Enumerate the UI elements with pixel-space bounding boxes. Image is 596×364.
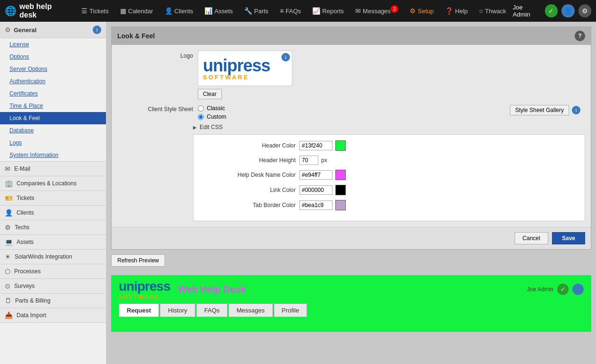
sidebar-group-assets[interactable]: 💻 Assets <box>0 235 106 249</box>
general-info-icon[interactable]: i <box>93 26 101 34</box>
preview-tab-messages[interactable]: Messages <box>228 303 272 317</box>
tab-border-color-swatch[interactable] <box>335 200 346 210</box>
helpdesk-name-color-input[interactable] <box>299 170 333 180</box>
general-icon: ⚙ <box>5 26 11 34</box>
settings-gear-icon[interactable]: ⚙ <box>578 4 591 17</box>
helpdesk-name-color-swatch[interactable] <box>335 170 346 180</box>
header-color-label: Header Color <box>201 142 296 149</box>
link-color-input[interactable] <box>299 185 333 195</box>
custom-label[interactable]: Custom <box>207 113 226 120</box>
nav-tickets[interactable]: ☰ Tickets <box>77 4 114 17</box>
classic-label[interactable]: Classic <box>207 105 225 112</box>
nav-assets-label: Assets <box>214 8 233 15</box>
classic-radio-row: Classic <box>198 105 505 112</box>
preview-tab-request[interactable]: Request <box>119 303 159 317</box>
header-height-input[interactable] <box>299 156 318 165</box>
nav-reports-label: Reports <box>322 8 344 15</box>
custom-radio[interactable] <box>198 114 204 120</box>
surveys-group-label: Surveys <box>14 283 35 289</box>
nav-calendar[interactable]: ▦ Calendar <box>115 4 158 17</box>
logo-info-icon[interactable]: i <box>281 53 290 61</box>
sidebar-group-techs[interactable]: ⚙ Techs <box>0 220 106 234</box>
sidebar-group-tickets[interactable]: 🎫 Tickets <box>0 191 106 205</box>
nav-faqs[interactable]: ≡ FAQs <box>275 4 306 17</box>
app-logo[interactable]: 🌐 web help desk <box>5 2 70 19</box>
sidebar-item-certificates[interactable]: Certificates <box>0 87 106 100</box>
preview-tab-faqs[interactable]: FAQs <box>196 303 228 317</box>
nav-user-area: Joe Admin ✓ 👤 ⚙ <box>513 4 591 18</box>
user-avatar-icon[interactable]: 👤 <box>561 4 574 17</box>
logo-sub-text: SOFTWARE <box>203 74 249 81</box>
preview-avatar-icon <box>572 284 584 295</box>
sidebar-group-processes[interactable]: ⬡ Processes <box>0 264 106 278</box>
sidebar-item-authentication[interactable]: Authentication <box>0 75 106 87</box>
nav-parts[interactable]: 🔧 Parts <box>239 4 273 17</box>
sidebar-item-server-options[interactable]: Server Options <box>0 63 106 75</box>
refresh-preview-button[interactable]: Refresh Preview <box>111 254 165 267</box>
nav-assets[interactable]: 📊 Assets <box>200 4 237 17</box>
classic-radio[interactable] <box>198 105 204 112</box>
sidebar-techs-group: ⚙ Techs <box>0 220 106 235</box>
sidebar-dataimport-group: 📥 Data Import <box>0 308 106 323</box>
content-area: Look & Feel ? Logo unipress SOFTWARE <box>106 22 596 364</box>
assets-group-icon: 💻 <box>5 238 13 246</box>
sidebar-email-group: ✉ E-Mail <box>0 162 106 176</box>
sidebar-item-system-info[interactable]: System Information <box>0 149 106 161</box>
parts-group-label: Parts & Billing <box>15 297 51 304</box>
techs-group-icon: ⚙ <box>5 224 11 231</box>
save-button[interactable]: Save <box>552 232 585 244</box>
general-items-group: License Options Server Options Authentic… <box>0 38 106 162</box>
parts-icon: 🔧 <box>244 7 252 15</box>
preview-tab-profile[interactable]: Profile <box>274 303 307 317</box>
sidebar-group-companies[interactable]: 🏢 Companies & Locations <box>0 176 106 191</box>
sidebar-solarwinds-group: ☀ SolarWinds Integration <box>0 250 106 264</box>
sidebar-group-surveys[interactable]: ⊙ Surveys <box>0 279 106 293</box>
sidebar-item-license[interactable]: License <box>0 38 106 51</box>
custom-radio-row: Custom <box>198 113 505 120</box>
tab-border-color-input[interactable] <box>299 200 333 210</box>
clients-icon: 👤 <box>165 7 173 15</box>
sidebar-group-parts[interactable]: 🗒 Parts & Billing <box>0 294 106 308</box>
nav-reports[interactable]: 📈 Reports <box>307 4 349 17</box>
nav-messages[interactable]: ✉ Messages 3 <box>351 4 403 17</box>
stylesheet-options: Classic Custom <box>198 105 505 120</box>
header-height-unit: px <box>321 157 327 164</box>
nav-clients[interactable]: 👤 Clients <box>160 4 198 17</box>
helpdesk-name-color-value <box>299 170 346 180</box>
style-sheet-gallery-button[interactable]: Style Sheet Gallery <box>510 105 569 115</box>
main-layout: ⚙ General i License Options Server Optio… <box>0 22 596 364</box>
tickets-icon: ☰ <box>81 7 88 15</box>
sidebar-group-clients[interactable]: 👤 Clients <box>0 206 106 220</box>
header-color-row: Header Color <box>201 140 577 151</box>
css-form: Header Color Header Height px <box>193 134 585 221</box>
nav-setup[interactable]: ⚙ Setup <box>405 4 438 17</box>
sidebar-general-section[interactable]: ⚙ General i <box>0 22 106 38</box>
sidebar-item-look-feel[interactable]: Look & Feel <box>0 112 106 124</box>
sidebar-group-dataimport[interactable]: 📥 Data Import <box>0 308 106 322</box>
nav-messages-label: Messages <box>363 8 391 15</box>
sidebar-item-database[interactable]: Database <box>0 124 106 137</box>
sidebar-group-solarwinds[interactable]: ☀ SolarWinds Integration <box>0 250 106 264</box>
header-color-swatch[interactable] <box>335 140 346 151</box>
sidebar-item-time-place[interactable]: Time & Place <box>0 100 106 112</box>
link-color-row: Link Color <box>201 185 577 195</box>
user-status-icon[interactable]: ✓ <box>545 4 558 17</box>
sidebar-item-options[interactable]: Options <box>0 51 106 63</box>
panel-help-icon[interactable]: ? <box>575 31 585 41</box>
sidebar-group-email[interactable]: ✉ E-Mail <box>0 162 106 176</box>
preview-user-icon: ✓ <box>557 284 569 295</box>
preview-tab-history[interactable]: History <box>160 303 195 317</box>
sidebar-item-logs[interactable]: Logs <box>0 137 106 149</box>
header-color-input[interactable] <box>299 141 333 150</box>
solarwinds-group-icon: ☀ <box>5 253 11 260</box>
nav-help[interactable]: ❓ Help <box>440 4 473 17</box>
logo-value: unipress SOFTWARE i Clear <box>198 51 585 99</box>
stylesheet-info-icon[interactable]: i <box>572 106 580 114</box>
general-section-title: General <box>14 26 90 34</box>
edit-css-toggle[interactable]: ▶ Edit CSS <box>193 124 585 130</box>
cancel-button[interactable]: Cancel <box>515 232 548 244</box>
link-color-swatch[interactable] <box>335 185 346 195</box>
clear-logo-button[interactable]: Clear <box>198 89 222 99</box>
nav-thwack[interactable]: ○ Thwack <box>474 4 511 17</box>
nav-clients-label: Clients <box>175 8 193 15</box>
